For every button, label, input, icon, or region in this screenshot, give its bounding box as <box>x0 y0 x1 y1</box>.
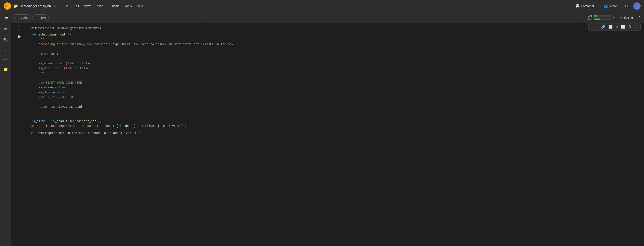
code-line-18 <box>31 114 640 119</box>
ram-row: RAM <box>587 15 611 17</box>
code-line-2: """ <box>31 37 640 42</box>
resource-bars: RAM Disk <box>587 15 611 21</box>
code-line-1: def schrodinger_cat (): <box>31 32 640 37</box>
code-line-3: according to the imaginary Schrodinger's… <box>31 42 640 47</box>
sidebar-icon-search[interactable]: 🔍 <box>2 36 10 44</box>
print-str-3: " <box>181 124 183 128</box>
menu-view[interactable]: View <box>82 4 93 9</box>
var-is-dead: is_dead <box>31 91 51 94</box>
code-line-4 <box>31 47 640 51</box>
code-line-5: Parameters: <box>31 52 640 56</box>
code-line-6 <box>31 56 640 61</box>
sidebar-icons-panel: ☰ 🔍 ◇ {x} 📁 <box>0 23 11 246</box>
menu-edit[interactable]: Edit <box>72 4 81 9</box>
share-icon: 👥 <box>604 4 608 8</box>
toolbar-right: ✓ RAM Disk ▾ ✏ Editing <box>582 14 640 21</box>
sidebar-icon-variables[interactable]: ◇ <box>2 46 10 54</box>
ram-bar-fill <box>594 15 598 17</box>
user-avatar[interactable] <box>633 2 640 10</box>
disk-bar-bg <box>594 19 611 20</box>
drive-icon: 📁 <box>13 4 18 8</box>
file-name-area: 📁 Schrodinger cat.ipynb ☆ <box>13 4 56 8</box>
docstring-params: Parameters: <box>31 52 58 56</box>
code-line-8: is_dead: bool (True or False) <box>31 66 640 71</box>
code-cell: ↑ ↓ 🔗 ⬜ ⚙ ⬜ 🗑 ⋮ ✓ 08 <box>11 23 644 138</box>
comment-start: ### START YOUR CODE HERE <box>31 81 82 84</box>
sidebar-icon-files[interactable]: 📁 <box>2 65 10 74</box>
comment-button[interactable]: 💬 Comment <box>573 3 596 9</box>
ram-disk-indicator[interactable]: ✓ RAM Disk ▾ <box>582 15 614 21</box>
code-editor[interactable]: def schrodinger_cat (): """ according to… <box>27 31 644 130</box>
disk-label: Disk <box>587 18 593 21</box>
top-bar: 📁 Schrodinger cat.ipynb ☆ File Edit View… <box>0 0 644 12</box>
docstring-is-dead: is_dead: bool (True or False) <box>31 67 91 70</box>
text-cell-above: collapses are not just driven by conscio… <box>27 25 644 31</box>
notebook-area: ↑ ↓ 🔗 ⬜ ⚙ ⬜ 🗑 ⋮ ✓ 08 <box>11 23 644 246</box>
code-line-13: is_dead = False <box>31 90 640 95</box>
run-triangle-icon <box>18 35 21 39</box>
keyword-return: return <box>31 105 49 108</box>
main-layout: ☰ 🔍 ◇ {x} 📁 ↑ ↓ 🔗 ⬜ ⚙ ⬜ 🗑 ⋮ ✓ 08 <box>0 23 644 246</box>
editing-label: Editing <box>624 16 633 19</box>
cell-code-content[interactable]: collapses are not just driven by conscio… <box>26 23 644 138</box>
notebook-name[interactable]: Schrodinger cat.ipynb <box>20 4 51 8</box>
code-line-9: """ <box>31 71 640 75</box>
code-line-11: ### START YOUR CODE HERE <box>31 80 640 85</box>
code-line-10 <box>31 76 640 80</box>
add-text-button[interactable]: + + Text <box>32 15 49 21</box>
keyword-def: def <box>31 33 37 36</box>
parens: (): <box>68 33 73 36</box>
svg-point-1 <box>5 5 7 7</box>
run-cell-button[interactable] <box>16 33 22 40</box>
output-text: Shrodinger's cat in the box is dead: Fal… <box>36 131 140 135</box>
print-fn: print <box>31 124 40 128</box>
disk-row: Disk <box>587 18 611 21</box>
sidebar-icon-menu[interactable]: ☰ <box>2 26 10 34</box>
docstring-is-alive: is_alive: bool (True or False) <box>31 62 93 65</box>
var-is-alive: is_alive <box>31 86 53 89</box>
resource-dropdown-arrow[interactable]: ▾ <box>613 16 614 19</box>
disk-bar-fill <box>594 19 600 20</box>
code-line-20: print ( f"Shrodinger's cat in the box is… <box>31 124 640 128</box>
pencil-icon: ✏ <box>620 16 622 20</box>
code-line-16: return is_alive, is_dead <box>31 104 640 109</box>
add-text-label: + Text <box>38 16 46 19</box>
var-is-dead-call: is_dead <box>51 119 64 123</box>
cell-output: ⊡ Shrodinger's cat in the box is dead: F… <box>27 130 644 136</box>
menu-bar: File Edit View Insert Runtime Tools Help <box>62 4 145 9</box>
comment-label: Comment <box>581 4 594 8</box>
ram-label: RAM <box>587 15 593 17</box>
settings-button[interactable]: ⚙ <box>624 2 629 10</box>
cell-check-icon: ✓ <box>18 25 20 28</box>
code-line-12: is_alive = True <box>31 85 640 90</box>
code-line-14: ### END YOUR CODE HERE <box>31 95 640 99</box>
docstring-close: """ <box>31 71 44 75</box>
code-line-7: is_alive: bool (True or False) <box>31 61 640 66</box>
docstring-open: """ <box>31 38 44 41</box>
cell-gutter: ✓ 08 <box>11 23 26 138</box>
toolbar: ☰ + + Code + + Text ✓ RAM Disk <box>0 12 644 23</box>
add-code-label: + Code <box>18 16 28 19</box>
sidebar-toggle-button[interactable]: ☰ <box>4 14 10 22</box>
comment-end: ### END YOUR CODE HERE <box>31 95 78 99</box>
add-code-button[interactable]: + + Code <box>12 15 30 21</box>
output-icon: ⊡ <box>31 132 33 135</box>
menu-runtime[interactable]: Runtime <box>106 4 122 9</box>
sidebar-icon-code[interactable]: {x} <box>2 55 10 64</box>
menu-tools[interactable]: Tools <box>122 4 134 9</box>
cell-execution-count: 08 <box>18 29 20 32</box>
star-icon[interactable]: ☆ <box>54 4 56 8</box>
add-buttons: + + Code + + Text <box>12 15 49 21</box>
menu-insert[interactable]: Insert <box>94 4 106 9</box>
comment-icon: 💬 <box>575 4 580 8</box>
menu-file[interactable]: File <box>62 4 71 9</box>
code-line-17 <box>31 109 640 114</box>
share-button[interactable]: 👥 Share <box>601 3 620 9</box>
print-str-2: and alive: <box>138 124 158 128</box>
editing-button[interactable]: ✏ Editing <box>618 14 635 21</box>
menu-help[interactable]: Help <box>135 4 145 9</box>
colab-logo <box>4 2 11 10</box>
is-alive-interp: is_alive <box>161 124 176 128</box>
collapse-button[interactable]: ⌃ <box>638 16 640 20</box>
plus-text-icon: + <box>35 16 37 19</box>
